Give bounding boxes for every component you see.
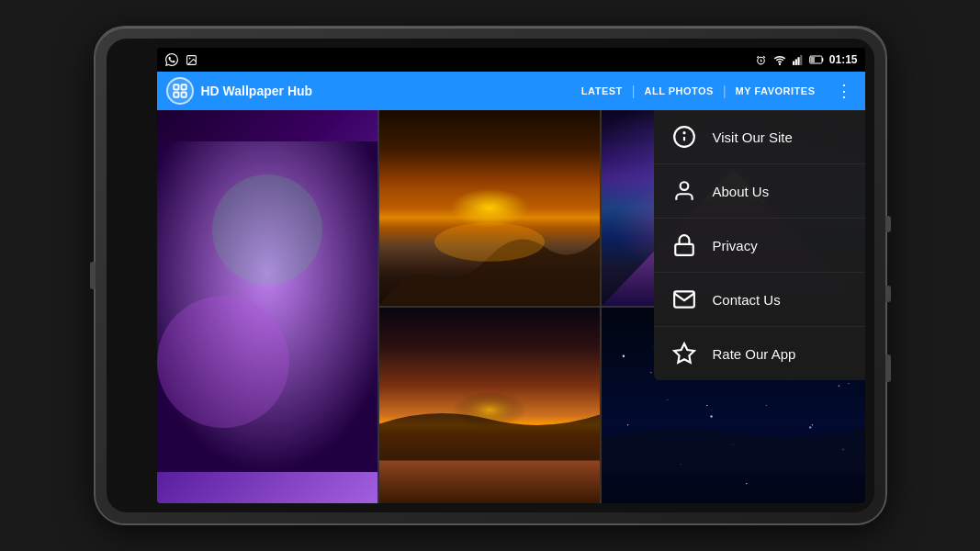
gallery-icon bbox=[185, 52, 199, 67]
svg-point-24 bbox=[622, 354, 624, 356]
app-bar: HD Wallpaper Hub LATEST | ALL PHOTOS | M… bbox=[157, 72, 865, 110]
status-bar: 01:15 bbox=[157, 48, 865, 72]
svg-rect-7 bbox=[795, 59, 797, 64]
svg-line-4 bbox=[764, 56, 766, 58]
svg-rect-14 bbox=[181, 84, 186, 89]
svg-rect-16 bbox=[181, 93, 186, 97]
menu-item-rate-app[interactable]: Rate Our App bbox=[654, 327, 865, 380]
app-title: HD Wallpaper Hub bbox=[201, 84, 565, 98]
svg-point-32 bbox=[667, 399, 668, 400]
right-button-mid[interactable] bbox=[885, 286, 891, 302]
svg-point-21 bbox=[212, 174, 322, 285]
svg-point-1 bbox=[189, 57, 191, 59]
svg-rect-12 bbox=[822, 58, 823, 62]
menu-label-visit-site: Visit Our Site bbox=[713, 129, 793, 145]
svg-rect-42 bbox=[675, 244, 693, 255]
mail-icon bbox=[670, 286, 698, 313]
menu-label-contact-us: Contact Us bbox=[713, 292, 781, 308]
svg-point-31 bbox=[848, 383, 849, 384]
status-right-icons: 01:15 bbox=[754, 52, 858, 67]
menu-label-privacy: Privacy bbox=[713, 238, 758, 253]
svg-rect-13 bbox=[174, 84, 178, 89]
status-left-icons bbox=[164, 52, 199, 67]
svg-rect-6 bbox=[793, 61, 794, 64]
alarm-icon bbox=[754, 52, 769, 67]
left-button[interactable] bbox=[90, 262, 96, 289]
tablet-device: SAMSUNG bbox=[96, 28, 885, 523]
lock-icon bbox=[670, 231, 698, 259]
whatsapp-icon bbox=[164, 52, 179, 67]
menu-label-rate-app: Rate Our App bbox=[713, 346, 796, 362]
photo-sunset2[interactable] bbox=[379, 308, 600, 503]
person-icon bbox=[670, 177, 698, 205]
menu-item-visit-site[interactable]: Visit Our Site bbox=[654, 110, 865, 164]
tab-my-favorites[interactable]: MY FAVORITES bbox=[727, 85, 825, 96]
content-area: Visit Our Site About Us bbox=[157, 110, 865, 503]
right-button-top[interactable] bbox=[885, 216, 891, 232]
svg-point-41 bbox=[680, 182, 688, 190]
svg-rect-15 bbox=[174, 93, 178, 97]
menu-item-about-us[interactable]: About Us bbox=[654, 164, 865, 219]
screen: 01:15 HD Wallpaper Hub LATEST | bbox=[157, 48, 865, 503]
svg-point-34 bbox=[765, 405, 766, 406]
svg-point-17 bbox=[434, 222, 545, 262]
svg-point-5 bbox=[779, 63, 780, 64]
info-circle-icon bbox=[670, 123, 698, 151]
app-logo bbox=[166, 77, 194, 105]
nav-tabs: LATEST | ALL PHOTOS | MY FAVORITES bbox=[572, 84, 825, 98]
star-icon bbox=[670, 340, 698, 367]
svg-marker-43 bbox=[674, 343, 694, 363]
svg-line-3 bbox=[757, 56, 759, 58]
svg-point-33 bbox=[710, 415, 712, 417]
photo-purple[interactable] bbox=[157, 110, 377, 503]
dropdown-menu: Visit Our Site About Us bbox=[654, 110, 865, 380]
menu-item-privacy[interactable]: Privacy bbox=[654, 219, 865, 273]
tablet-inner: 01:15 HD Wallpaper Hub LATEST | bbox=[107, 39, 874, 512]
svg-point-25 bbox=[650, 372, 651, 373]
svg-rect-9 bbox=[800, 55, 802, 65]
svg-rect-8 bbox=[797, 57, 799, 65]
svg-point-22 bbox=[157, 296, 289, 428]
wifi-icon bbox=[772, 52, 787, 67]
more-menu-button[interactable]: ⋮ bbox=[832, 81, 856, 101]
menu-label-about-us: About Us bbox=[713, 184, 770, 199]
svg-point-35 bbox=[809, 426, 811, 428]
menu-item-contact-us[interactable]: Contact Us bbox=[654, 273, 865, 327]
photo-sunset[interactable] bbox=[379, 110, 600, 306]
signal-icon bbox=[791, 52, 805, 67]
tab-latest[interactable]: LATEST bbox=[572, 85, 632, 96]
right-button-bottom[interactable] bbox=[885, 354, 891, 382]
tab-all-photos[interactable]: ALL PHOTOS bbox=[635, 85, 723, 96]
time-display: 01:15 bbox=[829, 53, 858, 66]
battery-icon bbox=[809, 52, 824, 67]
svg-rect-11 bbox=[810, 57, 815, 63]
